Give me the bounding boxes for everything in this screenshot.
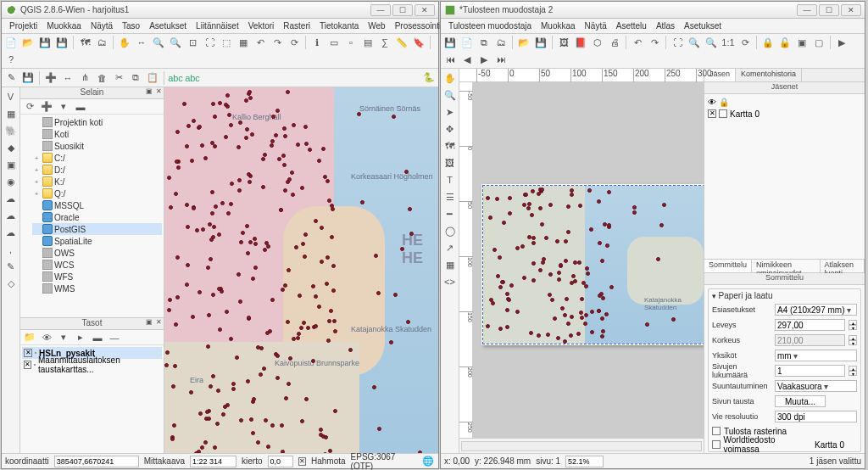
browser-tree[interactable]: Projektin kotiKotiSuosikit+C:/+D:/+K:/+Q… <box>20 115 164 317</box>
move-feature-icon[interactable]: ↔ <box>60 70 75 86</box>
item-visible-check[interactable]: ✕ <box>708 109 716 118</box>
composer-manager-icon[interactable]: 🗂 <box>94 35 109 50</box>
new-shapefile-icon[interactable]: ✎ <box>3 259 19 274</box>
status-crs[interactable]: EPSG:3067 (OTF) <box>351 452 416 471</box>
zoom-next-icon[interactable]: ↷ <box>270 35 285 50</box>
redo-icon[interactable]: ↷ <box>647 35 662 50</box>
edit-toggle-icon[interactable]: ✎ <box>3 70 19 86</box>
tab-atlas[interactable]: Atlaksen luonti <box>821 260 865 272</box>
menu-asetukset[interactable]: Asetukset <box>145 20 191 31</box>
menu-composer[interactable]: Tulosteen muodostaja <box>444 20 536 31</box>
units-select[interactable]: mm▾ <box>775 350 857 361</box>
tab-composition[interactable]: Sommittelu <box>704 260 752 272</box>
width-field[interactable]: 297,00 <box>775 319 845 331</box>
eye-icon[interactable]: 👁 <box>708 98 716 107</box>
add-image-icon[interactable]: 🖼 <box>442 155 458 171</box>
zoom-out-icon[interactable]: 🔍 <box>168 35 183 50</box>
zoom-in-icon[interactable]: 🔍 <box>687 35 702 50</box>
select-move-icon[interactable]: ➤ <box>442 104 458 120</box>
add-raster-icon[interactable]: ▦ <box>3 106 19 121</box>
dup-composer-icon[interactable]: ⧉ <box>476 35 492 50</box>
layer-item[interactable]: ✕Maanmittauslaitoksen taustakarttas... <box>22 359 162 371</box>
pan-selection-icon[interactable]: ↔ <box>134 35 149 50</box>
collapse-all-icon[interactable]: ▬ <box>90 330 105 345</box>
add-map-icon[interactable]: 🗺 <box>442 138 458 154</box>
bg-button[interactable]: Muuta... <box>775 395 826 407</box>
zoom-native-icon[interactable]: ⊡ <box>185 35 200 50</box>
save-project-icon[interactable]: 💾 <box>37 35 53 50</box>
refresh-icon[interactable]: ⟳ <box>287 35 302 50</box>
zoom-layer-icon[interactable]: ▦ <box>236 35 251 50</box>
bookmarks-icon[interactable]: 🔖 <box>411 35 426 50</box>
panel-close-icon[interactable]: ✕ <box>154 318 163 327</box>
add-wms-icon[interactable]: ☁ <box>3 191 19 206</box>
qgis-map-canvas[interactable]: Kallio Berghäll Sörnäinen Sörnäs Korkeas… <box>164 87 438 453</box>
delete-icon[interactable]: 🗑 <box>94 70 109 86</box>
panel-undock-icon[interactable]: ▣ <box>145 87 153 96</box>
maximize-button[interactable]: ☐ <box>392 4 413 16</box>
atlas-prev-icon[interactable]: ◀ <box>459 52 475 67</box>
worldfile-check[interactable] <box>712 440 721 449</box>
field-calc-icon[interactable]: ∑ <box>377 35 392 50</box>
tree-item[interactable]: +Q:/ <box>32 187 162 199</box>
menu-rasteri[interactable]: Rasteri <box>279 20 314 31</box>
help-icon[interactable]: ? <box>3 52 19 67</box>
export-image-icon[interactable]: 🖼 <box>556 35 571 50</box>
add-table-icon[interactable]: ▦ <box>442 257 458 272</box>
new-memory-icon[interactable]: ◇ <box>3 276 19 291</box>
composer-map-item[interactable]: Katajanokka Skatudden <box>483 186 704 344</box>
save-edits-icon[interactable]: 💾 <box>20 70 36 86</box>
tree-item[interactable]: PostGIS <box>32 223 162 235</box>
list-item[interactable]: ✕ Kartta 0 <box>706 108 863 120</box>
tree-item[interactable]: +C:/ <box>32 152 162 164</box>
minimize-button[interactable]: — <box>797 4 817 16</box>
menu-view[interactable]: Näytä <box>581 20 611 31</box>
pan-icon[interactable]: ✋ <box>442 70 458 86</box>
unlock-icon[interactable]: 🔓 <box>777 35 793 50</box>
preset-select[interactable]: A4 (210x297 mm)▾ <box>775 304 857 316</box>
tab-item-props[interactable]: Nimikkeen ominaisuudet <box>752 260 820 272</box>
menu-prosessointi[interactable]: Prosessointi <box>391 20 445 31</box>
zoom-actual-icon[interactable]: 1:1 <box>721 35 736 50</box>
menu-vektori[interactable]: Vektori <box>244 20 279 31</box>
new-composer-icon[interactable]: 📄 <box>459 35 475 50</box>
menu-tietokanta[interactable]: Tietokanta <box>315 20 363 31</box>
tree-item[interactable]: WCS <box>32 259 162 271</box>
select-icon[interactable]: ▭ <box>326 35 342 50</box>
move-content-icon[interactable]: ✥ <box>442 121 458 137</box>
save-icon[interactable]: 💾 <box>442 35 458 50</box>
menu-nayta[interactable]: Näytä <box>86 20 117 31</box>
measure-icon[interactable]: 📏 <box>394 35 409 50</box>
menu-taso[interactable]: Taso <box>118 20 144 31</box>
status-rot-field[interactable] <box>268 456 293 467</box>
load-template-icon[interactable]: 📂 <box>516 35 531 50</box>
crs-icon[interactable]: 🌐 <box>420 454 435 469</box>
add-postgis-icon[interactable]: 🐘 <box>3 123 19 138</box>
add-feature-icon[interactable]: ➕ <box>43 70 58 86</box>
attr-table-icon[interactable]: ▤ <box>360 35 376 50</box>
tree-item[interactable]: WMS <box>32 283 162 294</box>
add-wcs-icon[interactable]: ☁ <box>3 208 19 223</box>
zoom-full-icon[interactable]: ⛶ <box>202 35 217 50</box>
status-zoom-field[interactable] <box>565 456 604 467</box>
add-csv-icon[interactable]: , <box>3 242 19 257</box>
python-console-icon[interactable]: 🐍 <box>421 70 437 86</box>
qgis-titlebar[interactable]: QGIS 2.8.6-Wien - harjoitus1 — ☐ ✕ <box>2 2 438 19</box>
add-spatialite-icon[interactable]: ◆ <box>3 140 19 155</box>
atlas-first-icon[interactable]: ⏮ <box>442 52 458 67</box>
add-mssql-icon[interactable]: ▣ <box>3 157 19 172</box>
composer-titlebar[interactable]: *Tulosteen muodostaja 2 — ☐ ✕ <box>441 2 865 19</box>
status-render-check[interactable]: ✕ <box>298 457 306 466</box>
menu-web[interactable]: Web <box>364 20 389 31</box>
add-legend-icon[interactable]: ☰ <box>442 189 458 204</box>
add-oracle-icon[interactable]: ◉ <box>3 174 19 189</box>
tree-item[interactable]: Suosikit <box>32 140 162 152</box>
label-config-icon[interactable]: abc <box>185 70 200 86</box>
list-item[interactable]: 👁 🔒 <box>706 96 863 108</box>
items-list[interactable]: 👁 🔒 ✕ Kartta 0 <box>704 94 865 260</box>
print-icon[interactable]: 🖨 <box>607 35 622 50</box>
menu-layout[interactable]: Asettelu <box>612 20 651 31</box>
lock-icon[interactable]: 🔒 <box>760 35 776 50</box>
zoom-out-icon[interactable]: 🔍 <box>704 35 719 50</box>
cut-icon[interactable]: ✂ <box>111 70 126 86</box>
